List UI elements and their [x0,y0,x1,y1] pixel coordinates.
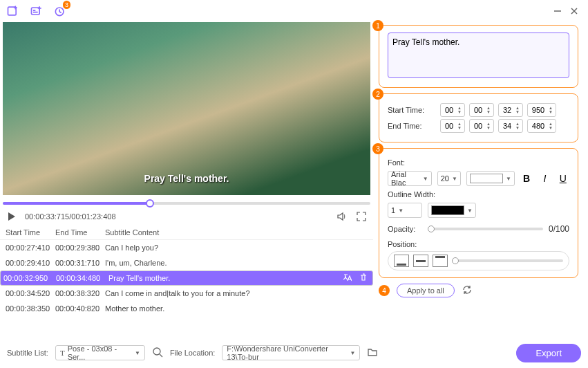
svg-point-4 [153,348,160,355]
export-button[interactable]: Export [516,344,581,362]
add-subtitle-icon[interactable] [29,3,44,19]
file-location-input[interactable]: F:\Wondershare UniConverter 13\To-bur▼ [222,345,360,360]
add-media-icon[interactable] [6,3,21,19]
svg-line-5 [160,354,162,357]
video-preview[interactable]: Pray Tell's mother. [3,22,370,195]
translate-icon[interactable] [342,273,353,284]
subtitle-table-header: Start Time End Time Subtitle Content [0,226,373,240]
play-button[interactable] [6,210,18,223]
start-hour-spinner[interactable]: ▲▼ [440,103,465,117]
step-3-badge: 3 [372,143,383,154]
auto-generate-icon[interactable]: 3 [53,3,68,19]
start-ms-spinner[interactable]: ▲▼ [527,103,556,117]
underline-button[interactable]: U [557,172,569,185]
delete-icon[interactable] [359,273,370,284]
step-1-badge: 1 [372,20,383,31]
start-min-spinner[interactable]: ▲▼ [469,103,494,117]
timeline-slider[interactable] [3,199,370,208]
subtitle-table: 00:00:27:41000:00:29:380Can I help you?0… [0,240,373,331]
bold-button[interactable]: B [520,172,533,185]
position-top-button[interactable] [433,255,448,267]
table-row[interactable]: 00:00:32:95000:00:34:480Pray Tell's moth… [0,270,373,286]
apply-to-all-button[interactable]: Apply to all [397,284,455,297]
start-time-label: Start Time: [388,106,436,114]
font-size-select[interactable]: 20▼ [437,171,461,186]
opacity-value: 0/100 [549,224,569,234]
outline-label: Outline Width: [388,190,569,199]
end-min-spinner[interactable]: ▲▼ [469,119,494,133]
subtitle-list-label: Subtitle List: [7,349,48,357]
end-ms-spinner[interactable]: ▲▼ [527,119,556,133]
subtitle-text-input[interactable] [388,33,569,78]
time-group: 2 Start Time: ▲▼ ▲▼ ▲▼ ▲▼ End Time: ▲▼ ▲… [379,93,578,142]
text-group: 1 [379,25,578,88]
font-label: Font: [388,158,569,167]
position-slider[interactable] [452,259,563,262]
close-button[interactable] [566,3,582,19]
svg-rect-0 [8,7,17,15]
refresh-icon[interactable] [462,284,473,297]
minimize-button[interactable] [549,3,566,19]
end-sec-spinner[interactable]: ▲▼ [498,119,523,133]
outline-width-select[interactable]: 1▼ [388,203,422,218]
position-middle-button[interactable] [413,255,428,267]
opacity-label: Opacity: [388,225,422,233]
subtitle-list-select[interactable]: TPose - 03x08 - Ser...▼ [55,345,145,360]
badge-count: 3 [63,1,70,9]
table-row[interactable]: 00:00:38:35000:00:40:820Mother to mother… [0,301,373,316]
header-end: End Time [55,228,105,237]
end-hour-spinner[interactable]: ▲▼ [440,119,465,133]
timecode: 00:00:33:715/00:01:23:408 [25,212,116,221]
font-color-select[interactable]: ▼ [466,171,515,186]
position-bottom-button[interactable] [394,255,409,267]
step-4-badge: 4 [379,285,390,296]
font-group: 3 Font: Arial Blac▼ 20▼ ▼ B I U Outline … [379,148,578,278]
italic-button[interactable]: I [538,172,551,185]
end-time-label: End Time: [388,122,436,130]
table-row[interactable]: 00:00:29:41000:00:31:710I'm, um, Charlen… [0,255,373,270]
header-content: Subtitle Content [105,228,368,237]
preview-caption: Pray Tell's mother. [3,173,370,184]
opacity-slider[interactable] [428,228,543,230]
table-row[interactable]: 00:00:34:52000:00:38:320Can I come in an… [0,286,373,301]
search-icon[interactable] [152,347,163,359]
bottom-bar: Subtitle List: TPose - 03x08 - Ser...▼ F… [0,340,588,365]
header-start: Start Time [6,228,55,237]
position-label: Position: [388,240,569,248]
start-sec-spinner[interactable]: ▲▼ [498,103,523,117]
fullscreen-icon[interactable] [355,210,368,223]
browse-folder-icon[interactable] [367,347,378,359]
file-location-label: File Location: [170,349,215,357]
font-family-select[interactable]: Arial Blac▼ [388,171,432,186]
volume-icon[interactable] [336,210,348,223]
outline-color-select[interactable]: ▼ [428,203,476,218]
step-2-badge: 2 [372,89,383,100]
top-toolbar: 3 [0,0,588,22]
table-row[interactable]: 00:00:27:41000:00:29:380Can I help you? [0,240,373,255]
